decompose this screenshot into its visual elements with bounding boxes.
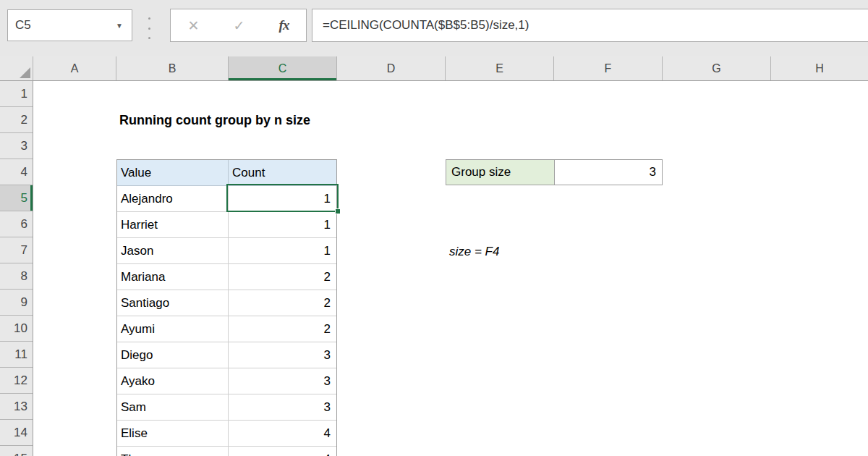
column-header-c[interactable]: C bbox=[229, 56, 337, 80]
count-cell[interactable]: 2 bbox=[229, 290, 336, 316]
column-header-e[interactable]: E bbox=[446, 56, 554, 80]
table-row: Alejandro 1 bbox=[117, 186, 336, 212]
fill-handle[interactable] bbox=[335, 208, 341, 214]
group-size-box: Group size 3 bbox=[446, 159, 663, 185]
formula-text: =CEILING(COUNTA($B$5:B5)/size,1) bbox=[312, 18, 529, 33]
value-cell[interactable]: Harriet bbox=[117, 212, 229, 238]
data-table: Value Count Alejandro 1 Harriet 1 Jason … bbox=[116, 159, 337, 456]
row-header-12[interactable]: 12 bbox=[0, 368, 33, 394]
row-header-2[interactable]: 2 bbox=[0, 107, 33, 133]
enter-icon[interactable]: ✓ bbox=[234, 17, 245, 34]
value-cell[interactable]: Diego bbox=[117, 342, 229, 368]
row-header-15[interactable]: 15 bbox=[0, 446, 33, 456]
table-row: Santiago 2 bbox=[117, 290, 336, 316]
value-cell[interactable]: Mariana bbox=[117, 264, 229, 290]
count-cell[interactable]: 3 bbox=[229, 394, 336, 421]
select-all-corner[interactable] bbox=[0, 56, 33, 80]
column-header-d[interactable]: D bbox=[337, 56, 446, 80]
column-headers: A B C D E F G H bbox=[0, 56, 868, 81]
count-cell[interactable]: 4 bbox=[229, 421, 336, 447]
row-header-3[interactable]: 3 bbox=[0, 133, 33, 159]
count-cell[interactable]: 1 bbox=[229, 186, 336, 212]
row-header-1[interactable]: 1 bbox=[0, 81, 33, 107]
value-cell[interactable]: Jason bbox=[117, 238, 229, 264]
table-header-row: Value Count bbox=[117, 160, 336, 186]
table-header-count[interactable]: Count bbox=[229, 160, 336, 186]
table-header-value[interactable]: Value bbox=[117, 160, 229, 186]
row-header-11[interactable]: 11 bbox=[0, 342, 33, 368]
row-headers: 1 2 3 4 5 6 7 8 9 10 11 12 13 14 15 bbox=[0, 81, 33, 456]
count-cell[interactable]: 3 bbox=[229, 342, 336, 368]
chevron-down-icon[interactable]: ▼ bbox=[116, 22, 132, 30]
table-row: Diego 3 bbox=[117, 342, 336, 368]
table-row: Ayumi 2 bbox=[117, 316, 336, 342]
column-header-g[interactable]: G bbox=[663, 56, 771, 80]
formula-buttons-group: ✕ ✓ fx bbox=[170, 9, 307, 42]
row-header-6[interactable]: 6 bbox=[0, 211, 33, 237]
select-all-triangle-icon bbox=[20, 67, 30, 78]
count-cell[interactable]: 3 bbox=[229, 368, 336, 394]
value-cell[interactable]: Ayumi bbox=[117, 316, 229, 342]
formula-bar[interactable]: =CEILING(COUNTA($B$5:B5)/size,1) bbox=[312, 9, 868, 42]
count-cell[interactable]: 4 bbox=[229, 447, 336, 456]
value-cell[interactable]: Elise bbox=[117, 421, 229, 447]
row-header-14[interactable]: 14 bbox=[0, 420, 33, 446]
row-header-13[interactable]: 13 bbox=[0, 394, 33, 420]
group-size-label[interactable]: Group size bbox=[446, 160, 555, 185]
row-header-8[interactable]: 8 bbox=[0, 263, 33, 290]
note-size-f4[interactable]: size = F4 bbox=[449, 243, 499, 261]
table-row: Elise 4 bbox=[117, 421, 336, 447]
name-box[interactable]: C5 ▼ bbox=[7, 9, 132, 41]
column-header-h[interactable]: H bbox=[771, 56, 868, 80]
column-header-b[interactable]: B bbox=[116, 56, 229, 80]
row-header-4[interactable]: 4 bbox=[0, 159, 33, 185]
table-row: Jason 1 bbox=[117, 238, 336, 264]
row-header-5[interactable]: 5 bbox=[0, 185, 33, 211]
table-row: Mariana 2 bbox=[117, 264, 336, 290]
table-row: Sam 3 bbox=[117, 394, 336, 421]
value-cell[interactable]: Sam bbox=[117, 394, 229, 421]
count-cell[interactable]: 2 bbox=[229, 316, 336, 342]
count-cell[interactable]: 1 bbox=[229, 238, 336, 264]
table-row: Ayako 3 bbox=[117, 368, 336, 394]
sheet-grid: 1 2 3 4 5 6 7 8 9 10 11 12 13 14 15 Runn… bbox=[0, 81, 868, 456]
cancel-icon[interactable]: ✕ bbox=[188, 17, 200, 34]
name-box-value: C5 bbox=[8, 18, 116, 33]
group-size-value[interactable]: 3 bbox=[555, 160, 662, 185]
value-cell[interactable]: Alejandro bbox=[117, 186, 229, 212]
count-cell[interactable]: 1 bbox=[229, 212, 336, 238]
worksheet-title[interactable]: Running count group by n size bbox=[119, 111, 310, 129]
count-cell[interactable]: 2 bbox=[229, 264, 336, 290]
column-header-a[interactable]: A bbox=[33, 56, 116, 80]
insert-function-icon[interactable]: fx bbox=[279, 17, 289, 33]
value-cell[interactable]: Thomas bbox=[117, 447, 229, 456]
row-header-9[interactable]: 9 bbox=[0, 290, 33, 316]
table-row: Thomas 4 bbox=[117, 447, 336, 456]
row-header-7[interactable]: 7 bbox=[0, 237, 33, 263]
table-row: Harriet 1 bbox=[117, 212, 336, 238]
formula-toolbar: C5 ▼ ✕ ✓ fx =CEILING(COUNTA($B$5:B5)/siz… bbox=[0, 0, 868, 56]
row-header-10[interactable]: 10 bbox=[0, 316, 33, 342]
value-cell[interactable]: Ayako bbox=[117, 368, 229, 394]
excel-window: C5 ▼ ✕ ✓ fx =CEILING(COUNTA($B$5:B5)/siz… bbox=[0, 0, 868, 456]
value-cell[interactable]: Santiago bbox=[117, 290, 229, 316]
column-header-f[interactable]: F bbox=[554, 56, 663, 80]
toolbar-separator-dots-icon bbox=[147, 17, 151, 39]
